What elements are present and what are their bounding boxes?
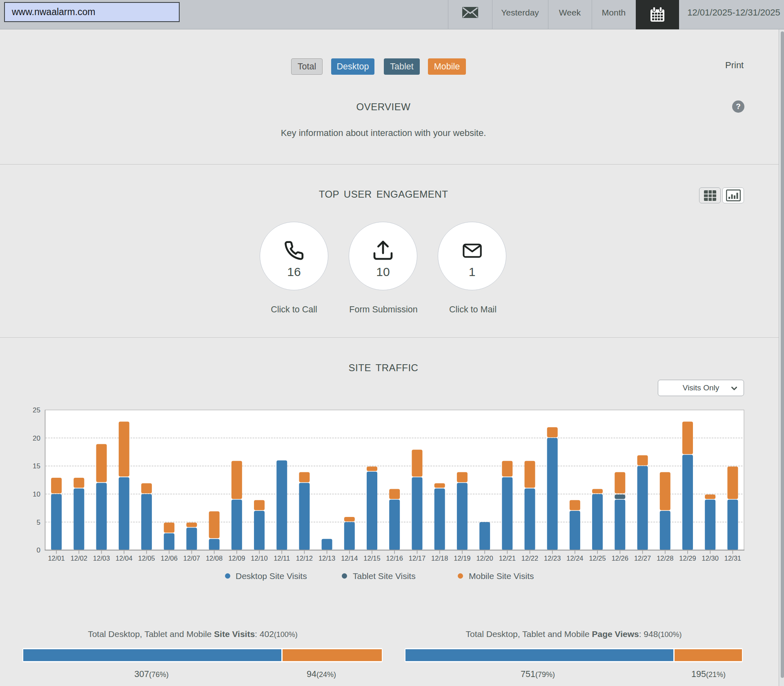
svg-text:12/28: 12/28	[657, 555, 673, 562]
svg-text:25: 25	[33, 406, 40, 414]
svg-text:12/22: 12/22	[521, 555, 538, 562]
svg-text:12/12: 12/12	[296, 555, 313, 562]
svg-text:12/04: 12/04	[116, 555, 132, 562]
svg-text:12/08: 12/08	[206, 555, 223, 562]
svg-text:12/30: 12/30	[702, 555, 719, 562]
svg-text:12/14: 12/14	[341, 555, 358, 562]
svg-text:12/23: 12/23	[544, 555, 561, 562]
svg-text:12/07: 12/07	[183, 555, 200, 562]
svg-text:12/11: 12/11	[274, 555, 290, 562]
svg-text:12/01: 12/01	[48, 555, 65, 562]
svg-text:12/02: 12/02	[71, 555, 87, 562]
svg-text:12/19: 12/19	[454, 555, 470, 562]
svg-text:12/10: 12/10	[251, 555, 267, 562]
svg-text:10: 10	[33, 490, 40, 498]
svg-text:12/16: 12/16	[386, 555, 403, 562]
svg-text:12/13: 12/13	[318, 555, 335, 562]
svg-text:12/05: 12/05	[138, 555, 155, 562]
svg-text:12/03: 12/03	[93, 555, 110, 562]
svg-text:12/17: 12/17	[409, 555, 425, 562]
svg-text:0: 0	[37, 546, 40, 554]
svg-text:12/15: 12/15	[363, 555, 380, 562]
svg-text:12/21: 12/21	[499, 555, 516, 562]
svg-text:15: 15	[33, 462, 40, 470]
svg-text:12/26: 12/26	[612, 555, 628, 562]
svg-text:20: 20	[33, 434, 40, 442]
svg-text:12/27: 12/27	[634, 555, 651, 562]
svg-text:12/29: 12/29	[679, 555, 696, 562]
svg-text:5: 5	[37, 519, 40, 526]
svg-text:12/25: 12/25	[589, 555, 606, 562]
svg-text:12/18: 12/18	[431, 555, 448, 562]
svg-text:12/06: 12/06	[161, 555, 178, 562]
svg-text:12/09: 12/09	[228, 555, 245, 562]
svg-text:12/31: 12/31	[724, 555, 741, 562]
svg-text:12/20: 12/20	[476, 555, 493, 562]
svg-text:12/24: 12/24	[566, 555, 583, 562]
